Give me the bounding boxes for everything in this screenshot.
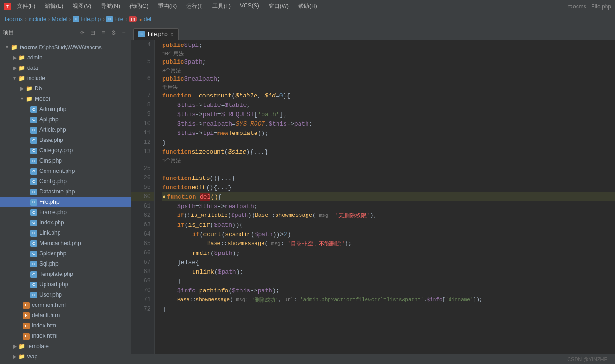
line-67: 67 bbox=[131, 258, 154, 267]
menu-tools[interactable]: 工具(T) bbox=[210, 1, 232, 11]
line-55: 55▾ bbox=[131, 183, 154, 192]
line-66: 66 bbox=[131, 248, 154, 258]
sidebar-toolbar-icons: ⟳ ⊟ ≡ ⚙ − bbox=[78, 29, 128, 37]
tree-Memcached.php[interactable]: C Memcached.php bbox=[0, 238, 131, 248]
editor-area: C File.php × 4 5 6 7▾ 8 9 10 11 bbox=[131, 25, 615, 364]
breadcrumb-file-icon: C bbox=[73, 16, 79, 22]
tree-File.php[interactable]: C File.php bbox=[0, 197, 131, 207]
breadcrumb-del[interactable]: del bbox=[144, 16, 151, 22]
tree-Comment.php[interactable]: C Comment.php bbox=[0, 166, 131, 176]
menu-nav[interactable]: 导航(N) bbox=[99, 1, 122, 11]
menu-window[interactable]: 窗口(W) bbox=[267, 1, 291, 11]
code-line-6: public $realpath; bbox=[162, 74, 615, 83]
code-editor: 4 5 6 7▾ 8 9 10 11 12 13▾ 25 26▾ 55▾ bbox=[131, 40, 615, 354]
tree-include[interactable]: ▾ 📁 include bbox=[0, 73, 131, 83]
breadcrumb-file-php[interactable]: File.php bbox=[81, 16, 101, 22]
collapse-icon[interactable]: ⊟ bbox=[89, 29, 97, 37]
settings-icon[interactable]: ⚙ bbox=[109, 29, 118, 37]
code-line-62: if(!is_writable($path))Base::showmessage… bbox=[162, 211, 615, 220]
tree-Index.php[interactable]: C Index.php bbox=[0, 217, 131, 228]
menu-view[interactable]: 视图(V) bbox=[71, 1, 93, 11]
tree-Config.php[interactable]: C Config.php bbox=[0, 176, 131, 186]
tree-Model[interactable]: ▾ 📁 Model bbox=[0, 94, 131, 104]
tree-common.html[interactable]: H common.html bbox=[0, 300, 131, 310]
app-icon: T bbox=[4, 3, 11, 10]
line-25: 25 bbox=[131, 164, 154, 173]
hint-line-6: 无用法 bbox=[162, 83, 615, 91]
line-8: 8 bbox=[131, 100, 154, 110]
tree-Article.php[interactable]: C Article.php bbox=[0, 125, 131, 135]
tree-Admin.php[interactable]: C Admin.php bbox=[0, 104, 131, 114]
hint-line-4: 10个用法 bbox=[162, 50, 615, 57]
code-line-26: function lists(){...} bbox=[162, 173, 615, 183]
sync-icon[interactable]: ⟳ bbox=[78, 29, 87, 37]
tree-data[interactable]: ▶ 📁 data bbox=[0, 63, 131, 73]
menu-code[interactable]: 代码(C) bbox=[128, 1, 150, 11]
code-line-64: if(count(scandir($path))>2) bbox=[162, 230, 615, 239]
line-64: 64 bbox=[131, 230, 154, 239]
tree-Frame.php[interactable]: C Frame.php bbox=[0, 207, 131, 217]
menu-help[interactable]: 帮助(H) bbox=[296, 1, 319, 11]
line-70: 70 bbox=[131, 286, 154, 295]
content-area: 项目 ⟳ ⊟ ≡ ⚙ − ▾ 📁 taocms D:\phpStudy\WWW\… bbox=[0, 25, 615, 364]
line-63: 63▾ bbox=[131, 220, 154, 230]
menu-file[interactable]: 文件(F) bbox=[15, 1, 37, 11]
line-12: 12 bbox=[131, 138, 154, 147]
line-hint-5 bbox=[131, 67, 154, 74]
menu-edit[interactable]: 编辑(E) bbox=[43, 1, 65, 11]
line-62: 62 bbox=[131, 211, 154, 220]
tree-Api.php[interactable]: C Api.php bbox=[0, 114, 131, 125]
code-line-9: $this->path=$_REQUEST['path']; bbox=[162, 110, 615, 119]
tree-Base.php[interactable]: C Base.php bbox=[0, 135, 131, 145]
code-line-70: $info=pathinfo($this->path); bbox=[162, 286, 615, 295]
breadcrumb-model[interactable]: Model bbox=[52, 16, 68, 22]
tab-close-button[interactable]: × bbox=[171, 32, 173, 37]
code-line-11: $this->tpl=new Template(); bbox=[162, 128, 615, 138]
line-11: 11 bbox=[131, 128, 154, 138]
tree-wap[interactable]: ▶ 📁 wap bbox=[0, 351, 131, 362]
tree-template[interactable]: ▶ 📁 template bbox=[0, 341, 131, 351]
breadcrumb-file-class[interactable]: File bbox=[114, 16, 123, 22]
line-68: 68 bbox=[131, 267, 154, 276]
menu-vcs[interactable]: VCS(S) bbox=[238, 1, 261, 11]
tab-file-php[interactable]: C File.php × bbox=[133, 28, 179, 40]
tree-taocms[interactable]: ▾ 📁 taocms D:\phpStudy\WWW\taocms bbox=[0, 42, 131, 52]
tree-admin[interactable]: ▶ 📁 admin bbox=[0, 52, 131, 63]
tree-Template.php[interactable]: C Template.php bbox=[0, 269, 131, 279]
tree-htaccess[interactable]: . .htaccess bbox=[0, 362, 131, 364]
tree-Sql.php[interactable]: C Sql.php bbox=[0, 259, 131, 269]
menu-bar: 文件(F) 编辑(E) 视图(V) 导航(N) 代码(C) 重构(R) 运行(I… bbox=[15, 1, 319, 11]
code-line-8: $this->table=$table; bbox=[162, 100, 615, 110]
breadcrumb-taocms[interactable]: taocms bbox=[5, 16, 23, 22]
tree-User.php[interactable]: C User.php bbox=[0, 290, 131, 300]
tree-default.htm[interactable]: H default.htm bbox=[0, 310, 131, 320]
line-7: 7▾ bbox=[131, 91, 154, 100]
line-26: 26▾ bbox=[131, 173, 154, 183]
breadcrumb-include[interactable]: include bbox=[29, 16, 46, 22]
menu-refactor[interactable]: 重构(R) bbox=[156, 1, 179, 11]
tree-Category.php[interactable]: C Category.php bbox=[0, 145, 131, 156]
code-line-66: rmdir($path); bbox=[162, 248, 615, 258]
tab-file-icon: C bbox=[138, 31, 145, 37]
tree-Link.php[interactable]: C Link.php bbox=[0, 228, 131, 238]
code-line-10: $this->realpath=SYS_ROOT.$this->path; bbox=[162, 119, 615, 128]
expand-icon[interactable]: ≡ bbox=[99, 29, 107, 37]
tree-Upload.php[interactable]: C Upload.php bbox=[0, 279, 131, 290]
tree-Cms.php[interactable]: C Cms.php bbox=[0, 156, 131, 166]
menu-run[interactable]: 运行(I) bbox=[184, 1, 204, 11]
tree-Datastore.php[interactable]: C Datastore.php bbox=[0, 186, 131, 197]
code-line-71: Base::showmessage( msg: '删除成功', url: 'ad… bbox=[162, 295, 615, 305]
line-65: 65 bbox=[131, 239, 154, 248]
line-60: 60▾ bbox=[131, 192, 154, 201]
code-line-72: } bbox=[162, 305, 615, 314]
tree-Spider.php[interactable]: C Spider.php bbox=[0, 248, 131, 259]
line-71: 71 bbox=[131, 295, 154, 305]
line-numbers: 4 5 6 7▾ 8 9 10 11 12 13▾ 25 26▾ 55▾ bbox=[131, 40, 155, 354]
tree-Db[interactable]: ▶ 📁 Db bbox=[0, 83, 131, 94]
close-sidebar-icon[interactable]: − bbox=[120, 29, 128, 37]
tree-index.htm[interactable]: H index.htm bbox=[0, 320, 131, 331]
tree-index.html[interactable]: H index.html bbox=[0, 331, 131, 341]
code-line-4: public $tpl; bbox=[162, 40, 615, 50]
watermark: CSDN @YINZHE_ bbox=[567, 357, 610, 362]
code-content[interactable]: public $tpl; 10个用法 public $path; 8个用法 pu… bbox=[155, 40, 615, 354]
